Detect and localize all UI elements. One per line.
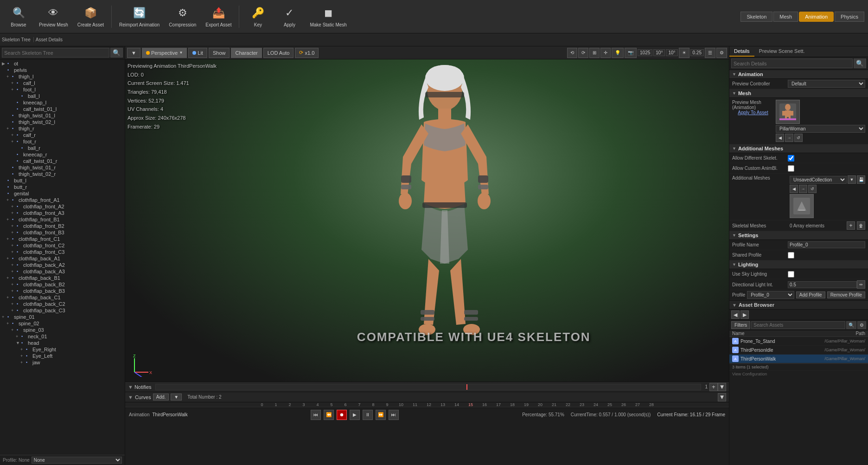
play-btn[interactable]: ▶ bbox=[350, 410, 360, 420]
key-button[interactable]: 🔑 Key bbox=[243, 2, 273, 32]
tree-item-calf-twist-01-l[interactable]: •calf_twist_01_l bbox=[0, 106, 125, 112]
ab-search-input[interactable] bbox=[751, 321, 845, 329]
tree-item-clothflap-front-a2[interactable]: +•clothflap_front_A2 bbox=[0, 203, 125, 210]
browse-button[interactable]: 🔍 Browse bbox=[4, 2, 33, 32]
skip-start-btn[interactable]: ⏮ bbox=[311, 410, 321, 420]
export-button[interactable]: 📤 Export Asset bbox=[202, 2, 235, 32]
tree-item-clothflap-front-a3[interactable]: +•clothflap_front_A3 bbox=[0, 210, 125, 216]
shared-profile-checkbox[interactable] bbox=[788, 252, 794, 258]
skeletal-meshes-remove-btn[interactable]: 🗑 bbox=[857, 221, 865, 230]
tree-item-spine-01[interactable]: +•spine_01 bbox=[0, 314, 125, 320]
tree-item-genital[interactable]: •genital bbox=[0, 190, 125, 197]
add-curve-btn[interactable]: Add. bbox=[153, 394, 169, 400]
step-back-btn[interactable]: ⏪ bbox=[324, 410, 334, 420]
tree-item-clothflap-front-b3[interactable]: +•clothflap_front_B3 bbox=[0, 229, 125, 236]
settings-section-header[interactable]: ▼ Settings bbox=[729, 231, 868, 240]
tree-item-eye-left[interactable]: +•Eye_Left bbox=[0, 353, 125, 359]
profile-row-select[interactable]: Profile_0 bbox=[747, 291, 794, 299]
tree-item-thigh-twist-01-r[interactable]: •thigh_twist_01_r bbox=[0, 164, 125, 171]
tree-item-clothflap-back-b2[interactable]: +•clothflap_back_B2 bbox=[0, 281, 125, 288]
record-btn[interactable]: ⏺ bbox=[337, 410, 347, 420]
mesh-name-select[interactable]: PillarWoman bbox=[776, 125, 865, 133]
search-input[interactable] bbox=[2, 48, 109, 58]
search-button[interactable]: 🔍 bbox=[110, 48, 123, 58]
tree-item-thigh-l[interactable]: +•thigh_l bbox=[0, 73, 125, 80]
pause-btn[interactable]: ⏸ bbox=[363, 410, 373, 420]
tree-item-clothflap-front-b1[interactable]: +•clothflap_front_B1 bbox=[0, 216, 125, 223]
notifies-track[interactable] bbox=[155, 384, 702, 390]
tree-item-clothflap-back-c1[interactable]: +•clothflap_back_C1 bbox=[0, 294, 125, 301]
tree-item-foot-r[interactable]: +•foot_r bbox=[0, 138, 125, 145]
create-asset-button[interactable]: 📦 Create Asset bbox=[74, 2, 108, 32]
character-btn[interactable]: Character bbox=[231, 48, 262, 58]
viewport-dropdown-btn[interactable]: ▼ bbox=[127, 48, 140, 58]
ab-fwd-btn[interactable]: ▶ bbox=[740, 310, 749, 319]
profile-select[interactable]: None bbox=[32, 457, 122, 464]
preview-controller-select[interactable]: Default bbox=[788, 80, 865, 88]
tree-item-kneecap-l[interactable]: •kneecap_l bbox=[0, 99, 125, 106]
tree-item-spine-02[interactable]: +•spine_02 bbox=[0, 320, 125, 327]
tree-item-head[interactable]: ▼•head bbox=[0, 340, 125, 346]
tree-item-neck-01[interactable]: +•neck_01 bbox=[0, 333, 125, 340]
tree-item-calf-r[interactable]: +•calf_r bbox=[0, 132, 125, 138]
tree-item-foot-l[interactable]: +•foot_l bbox=[0, 86, 125, 93]
add-meshes-use-btn[interactable]: → bbox=[799, 185, 807, 193]
vp-settings-btn[interactable]: ⚙ bbox=[716, 48, 727, 58]
tree-item-clothflap-front-c3[interactable]: +•clothflap_front_C3 bbox=[0, 249, 125, 255]
remove-profile-btn[interactable]: Remove Profile bbox=[827, 291, 865, 298]
additional-meshes-section[interactable]: ▼ Additional Meshes bbox=[729, 144, 868, 153]
apply-to-asset-btn[interactable]: Apply To Asset bbox=[732, 110, 774, 115]
compression-button[interactable]: ⚙ Compression bbox=[165, 2, 200, 32]
skeletal-meshes-add-btn[interactable]: + bbox=[847, 221, 855, 230]
allow-diff-skel-checkbox[interactable] bbox=[788, 155, 794, 161]
vp-rotate2-btn[interactable]: ⟳ bbox=[578, 48, 588, 58]
mesh-tab[interactable]: Mesh bbox=[773, 12, 798, 22]
tree-item-ot[interactable]: ▶•ot bbox=[0, 60, 125, 67]
show-btn[interactable]: Show bbox=[209, 48, 230, 58]
tree-item-clothflap-back-b3[interactable]: +•clothflap_back_B3 bbox=[0, 288, 125, 294]
tree-item-calf-l[interactable]: +•calf_l bbox=[0, 80, 125, 86]
use-sky-checkbox[interactable] bbox=[788, 271, 794, 278]
tree-item-clothflap-front-a1[interactable]: +•clothflap_front_A1 bbox=[0, 197, 125, 203]
mesh-reset-btn[interactable]: ↺ bbox=[794, 134, 803, 142]
animation-section-header[interactable]: ▼ Animation bbox=[729, 70, 868, 79]
apply-button[interactable]: ✓ Apply bbox=[274, 2, 304, 32]
curve-options-btn[interactable]: ▼ bbox=[171, 394, 182, 400]
mesh-browse-btn[interactable]: ◀ bbox=[776, 134, 784, 142]
skeleton-tab[interactable]: Skeleton bbox=[740, 12, 772, 22]
vp-rotate-btn[interactable]: ⟲ bbox=[567, 48, 577, 58]
vp-layers-btn[interactable]: ☰ bbox=[705, 48, 715, 58]
vp-camera-btn[interactable]: 📷 bbox=[625, 48, 637, 58]
ab-search-btn[interactable]: 🔍 bbox=[846, 321, 856, 329]
tree-item-clothflap-back-c3[interactable]: +•clothflap_back_C3 bbox=[0, 307, 125, 314]
step-fwd-btn[interactable]: ⏩ bbox=[376, 410, 386, 420]
dir-light-input[interactable] bbox=[788, 281, 857, 288]
tree-item-thigh-twist-02-r[interactable]: •thigh_twist_02_r bbox=[0, 171, 125, 177]
allow-custom-anim-checkbox[interactable] bbox=[788, 165, 794, 172]
tree-item-clothflap-back-a2[interactable]: +•clothflap_back_A2 bbox=[0, 262, 125, 268]
mesh-use-btn[interactable]: → bbox=[785, 134, 793, 142]
ab-item-idle[interactable]: A ThirdPersonIdle /Game/Pillar_Woman/ bbox=[729, 346, 868, 355]
vp-sun-btn[interactable]: ☀ bbox=[679, 48, 689, 58]
details-tab[interactable]: Details bbox=[729, 46, 754, 57]
tree-item-clothflap-front-b2[interactable]: +•clothflap_front_B2 bbox=[0, 223, 125, 229]
preview-mesh-button[interactable]: 👁 Preview Mesh bbox=[35, 2, 72, 32]
notifies-add-btn[interactable]: + bbox=[709, 383, 718, 391]
scale-btn[interactable]: ⟳ x1.0 bbox=[295, 48, 319, 58]
reimport-button[interactable]: 🔄 Reimport Animation bbox=[115, 2, 163, 32]
tree-item-clothflap-front-c1[interactable]: +•clothflap_front_C1 bbox=[0, 236, 125, 242]
vp-move-btn[interactable]: ✛ bbox=[600, 48, 611, 58]
vp-light-btn[interactable]: 💡 bbox=[612, 48, 624, 58]
animation-tab[interactable]: Animation bbox=[799, 12, 834, 22]
additional-meshes-select[interactable]: UnsavedCollection bbox=[790, 176, 847, 184]
perspective-btn[interactable]: Perspective ▼ bbox=[142, 48, 187, 58]
skip-end-btn[interactable]: ⏭ bbox=[389, 410, 399, 420]
profile-name-input[interactable] bbox=[788, 241, 865, 248]
tree-item-ball-l[interactable]: •ball_l bbox=[0, 93, 125, 99]
ab-back-btn[interactable]: ◀ bbox=[731, 310, 740, 319]
lighting-section-header[interactable]: ▼ Lighting bbox=[729, 260, 868, 269]
tree-item-thigh-twist-02-l[interactable]: •thigh_twist_02_l bbox=[0, 119, 125, 125]
preview-scene-tab[interactable]: Preview Scene Sett. bbox=[754, 46, 810, 57]
curves-collapse-btn[interactable]: ▼ bbox=[718, 393, 726, 401]
tree-item-butt-r[interactable]: •butt_r bbox=[0, 184, 125, 190]
